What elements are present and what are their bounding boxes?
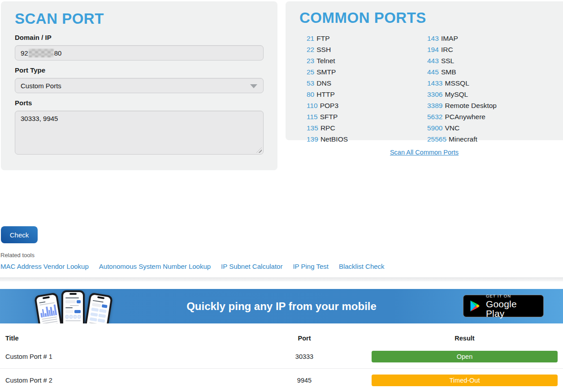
google-play-icon: [469, 300, 481, 312]
port-name: IRC: [441, 46, 453, 53]
ports-value: 30333, 9945: [21, 115, 58, 122]
scan-port-panel: SCAN PORT Domain / IP 9280 Port Type Cus…: [1, 1, 277, 170]
port-name: SSL: [441, 57, 454, 65]
related-link-mac-address-vendor-lookup[interactable]: MAC Address Vendor Lookup: [0, 263, 89, 270]
port-type-select[interactable]: Custom Ports: [15, 78, 264, 93]
related-link-asn-lookup[interactable]: Autonomous System Number Lookup: [99, 263, 211, 270]
ports-label: Ports: [15, 99, 264, 107]
results-table: Title Port Result Custom Port # 1 30333 …: [0, 332, 563, 392]
port-link[interactable]: 5632: [427, 113, 442, 121]
google-play-badge[interactable]: GET IT ON Google Play: [463, 295, 544, 317]
port-link[interactable]: 445: [427, 68, 439, 76]
related-link-ip-subnet-calculator[interactable]: IP Subnet Calculator: [221, 263, 282, 270]
port-name: MySQL: [445, 90, 468, 98]
table-row: Custom Port # 1 30333 Open: [0, 345, 563, 368]
related-link-blacklist-check[interactable]: Blacklist Check: [339, 263, 385, 270]
row-port: 30333: [247, 353, 362, 360]
port-name: SFTP: [320, 113, 338, 121]
section-divider: [0, 277, 563, 281]
port-item: 110POP3: [307, 100, 427, 111]
port-item: 3389Remote Desktop: [427, 100, 497, 111]
port-link[interactable]: 1433: [427, 79, 442, 87]
common-ports-column-1: 21FTP 22SSH 23Telnet 25SMTP 53DNS 80HTTP…: [307, 33, 427, 145]
phone-notch: [97, 296, 104, 299]
port-item: 53DNS: [307, 78, 427, 89]
port-item: 115SFTP: [307, 111, 427, 122]
port-link[interactable]: 143: [427, 34, 439, 42]
phone-mockup-center: [61, 290, 85, 323]
port-item: 194IRC: [427, 44, 497, 55]
port-name: RPC: [320, 124, 335, 132]
port-item: 1433MSSQL: [427, 78, 497, 89]
port-link[interactable]: 80: [307, 90, 314, 98]
port-item: 445SMB: [427, 66, 497, 78]
port-link[interactable]: 194: [427, 46, 439, 53]
phone-notch: [69, 293, 77, 295]
port-name: POP3: [320, 102, 338, 109]
port-name: Minecraft: [449, 135, 477, 143]
port-link[interactable]: 5900: [427, 124, 442, 132]
mobile-app-banner: Quickly ping any IP from your mobile GET…: [0, 289, 563, 323]
port-name: Telnet: [316, 57, 335, 65]
port-link[interactable]: 23: [307, 57, 314, 65]
port-item: 443SSL: [427, 55, 497, 66]
port-item: 21FTP: [307, 33, 427, 44]
results-header-row: Title Port Result: [0, 332, 563, 345]
scan-port-title: SCAN PORT: [15, 10, 264, 27]
port-scanner-page: SCAN PORT Domain / IP 9280 Port Type Cus…: [0, 0, 563, 392]
port-link[interactable]: 115: [307, 113, 318, 121]
port-link[interactable]: 22: [307, 46, 314, 53]
status-badge-open: Open: [372, 351, 558, 362]
get-it-on-text: GET IT ON: [486, 294, 538, 298]
domain-ip-value-suffix: 80: [54, 49, 62, 57]
port-item: 80HTTP: [307, 89, 427, 100]
google-play-wordmark: Google Play: [486, 299, 538, 318]
header-title: Title: [0, 335, 247, 342]
port-name: MSSQL: [445, 79, 469, 87]
port-name: DNS: [316, 79, 331, 87]
port-link[interactable]: 135: [307, 124, 318, 132]
port-name: FTP: [316, 34, 329, 42]
port-link[interactable]: 25: [307, 68, 314, 76]
status-badge-timed-out: Timed-Out: [372, 375, 558, 386]
common-ports-panel: COMMON PORTS 21FTP 22SSH 23Telnet 25SMTP…: [286, 1, 563, 140]
port-link[interactable]: 21: [307, 34, 314, 42]
port-link[interactable]: 110: [307, 102, 318, 109]
port-item: 25565Minecraft: [427, 134, 497, 145]
common-ports-title: COMMON PORTS: [299, 9, 554, 26]
port-name: SMB: [441, 68, 456, 76]
port-name: SMTP: [316, 68, 336, 76]
related-link-ip-ping-test[interactable]: IP Ping Test: [293, 263, 329, 270]
port-link[interactable]: 25565: [427, 135, 446, 143]
port-link[interactable]: 3306: [427, 90, 442, 98]
header-result: Result: [362, 335, 563, 342]
domain-ip-input[interactable]: 9280: [15, 45, 264, 60]
port-link[interactable]: 443: [427, 57, 439, 65]
port-link[interactable]: 53: [307, 79, 314, 87]
port-name: Remote Desktop: [445, 102, 496, 109]
resize-grip-icon[interactable]: [256, 147, 262, 153]
port-item: 5900VNC: [427, 122, 497, 134]
port-name: HTTP: [316, 90, 334, 98]
row-title: Custom Port # 2: [0, 377, 247, 384]
scan-all-common-ports-link[interactable]: Scan All Common Ports: [390, 149, 459, 156]
mini-icon-grid: [65, 315, 81, 319]
ports-textarea[interactable]: 30333, 9945: [15, 111, 264, 155]
port-name: IMAP: [441, 34, 458, 42]
port-name: PCAnywhere: [445, 113, 485, 121]
port-item: 143IMAP: [427, 33, 497, 44]
related-tools-label: Related tools: [0, 252, 35, 258]
port-link[interactable]: 3389: [427, 102, 442, 109]
port-link[interactable]: 139: [307, 135, 318, 143]
domain-ip-label: Domain / IP: [15, 34, 264, 41]
port-item: 25SMTP: [307, 66, 427, 78]
domain-ip-value-prefix: 92: [21, 49, 28, 57]
port-item: 135RPC: [307, 122, 427, 134]
check-button[interactable]: Check: [1, 226, 38, 243]
google-play-text: GET IT ON Google Play: [486, 294, 538, 319]
header-port: Port: [247, 335, 362, 342]
port-name: NetBIOS: [320, 135, 348, 143]
related-tools-links: MAC Address Vendor Lookup Autonomous Sys…: [0, 263, 385, 270]
phone-notch: [43, 296, 50, 299]
row-title: Custom Port # 1: [0, 353, 247, 360]
